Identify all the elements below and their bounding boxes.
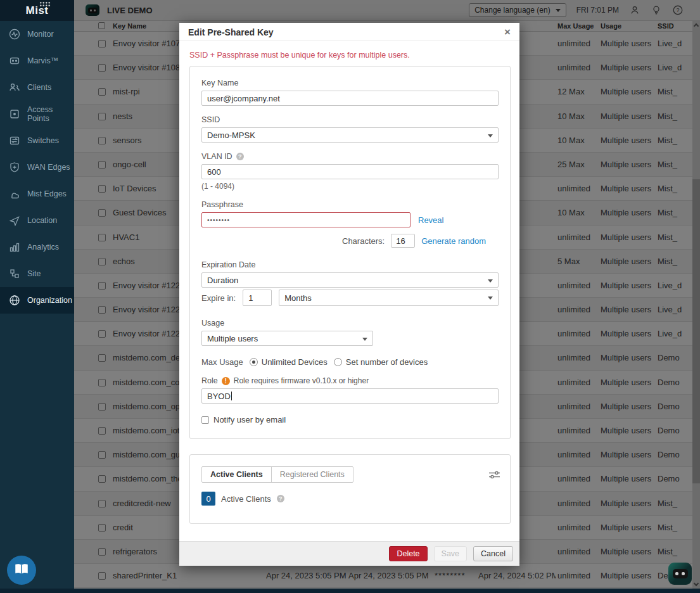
radio-unselected-icon[interactable] bbox=[334, 358, 342, 366]
active-clients-label: Active Clients bbox=[221, 494, 271, 504]
sidebar-item-label: Location bbox=[27, 216, 57, 225]
vlan-input[interactable]: 600 bbox=[201, 164, 499, 179]
characters-row: Characters: 16 Generate random bbox=[201, 234, 499, 248]
mist-edges-icon bbox=[8, 188, 21, 200]
ssid-label: SSID bbox=[201, 115, 499, 124]
role-input[interactable]: BYOD bbox=[201, 388, 499, 404]
app-root: Mist MonitorMarvis™ClientsAccess PointsS… bbox=[0, 0, 700, 593]
mist-logo[interactable]: Mist bbox=[0, 0, 74, 21]
sidebar-item-location[interactable]: Location bbox=[0, 207, 74, 234]
sidebar-item-label: WAN Edges bbox=[27, 163, 70, 172]
clients-tabs: Active Clients Registered Clients bbox=[201, 466, 353, 483]
psk-form-panel: Key Name user@jcompany.net SSID Demo-MPS… bbox=[189, 66, 511, 439]
expiration-select[interactable]: Duration bbox=[201, 272, 499, 288]
cancel-button[interactable]: Cancel bbox=[473, 546, 513, 561]
sidebar: Mist MonitorMarvis™ClientsAccess PointsS… bbox=[0, 0, 74, 593]
docs-book-button[interactable] bbox=[7, 556, 36, 585]
usage-label: Usage bbox=[201, 319, 499, 328]
tab-active-clients[interactable]: Active Clients bbox=[202, 467, 271, 482]
save-button[interactable]: Save bbox=[434, 546, 468, 561]
sidebar-item-label: Site bbox=[27, 269, 41, 278]
marvis-robot-icon bbox=[673, 569, 688, 578]
role-label-row: Role ! Role requires firmware v0.10.x or… bbox=[201, 376, 499, 385]
sidebar-item-access-points[interactable]: Access Points bbox=[0, 101, 74, 127]
monitor-icon bbox=[8, 28, 21, 41]
sidebar-item-monitor[interactable]: Monitor bbox=[0, 21, 74, 48]
max-usage-row: Max Usage Unlimited Devices Set number o… bbox=[201, 357, 499, 367]
vlan-label: VLAN ID bbox=[201, 152, 232, 161]
notify-label: Notify user by email bbox=[213, 415, 286, 424]
sidebar-item-label: Monitor bbox=[27, 30, 54, 39]
sidebar-item-mist-edges[interactable]: Mist Edges bbox=[0, 181, 74, 207]
sidebar-item-marvis[interactable]: Marvis™ bbox=[0, 48, 74, 74]
generate-random-link[interactable]: Generate random bbox=[421, 236, 486, 246]
location-icon bbox=[8, 214, 21, 227]
close-icon[interactable]: × bbox=[504, 27, 511, 37]
usage-select[interactable]: Multiple users bbox=[201, 331, 373, 346]
reveal-link[interactable]: Reveal bbox=[418, 215, 443, 225]
sidebar-item-label: Access Points bbox=[27, 105, 74, 123]
active-clients-count-row: 0 Active Clients ? bbox=[201, 492, 499, 506]
passphrase-label: Passphrase bbox=[201, 200, 499, 209]
passphrase-row: •••••••• Reveal bbox=[201, 212, 499, 227]
clients-icon bbox=[8, 81, 21, 94]
set-number-option[interactable]: Set number of devices bbox=[334, 357, 428, 367]
sidebar-item-site[interactable]: Site bbox=[0, 260, 74, 287]
sidebar-item-analytics[interactable]: Analytics bbox=[0, 234, 74, 260]
vlan-range-hint: (1 - 4094) bbox=[201, 182, 499, 191]
mist-logo-dots-icon bbox=[39, 1, 51, 7]
vlan-label-row: VLAN ID ? bbox=[201, 152, 499, 161]
organization-icon bbox=[8, 294, 21, 307]
clients-panel: Active Clients Registered Clients 0 Acti… bbox=[189, 454, 511, 524]
notify-checkbox[interactable] bbox=[201, 416, 209, 424]
clients-help-icon[interactable]: ? bbox=[277, 495, 284, 502]
unlimited-devices-label: Unlimited Devices bbox=[262, 357, 328, 367]
sidebar-item-switches[interactable]: Switches bbox=[0, 127, 74, 154]
ssid-select[interactable]: Demo-MPSK bbox=[201, 127, 499, 143]
sidebar-nav: MonitorMarvis™ClientsAccess PointsSwitch… bbox=[0, 21, 74, 314]
bottom-bar bbox=[0, 589, 700, 593]
sidebar-item-label: Analytics bbox=[27, 243, 59, 252]
open-book-icon bbox=[13, 561, 30, 580]
role-value: BYOD bbox=[207, 392, 231, 401]
characters-label: Characters: bbox=[342, 236, 385, 246]
analytics-icon bbox=[8, 241, 21, 253]
unique-key-warning: SSID + Passphrase must be unique for key… bbox=[179, 41, 519, 61]
delete-button[interactable]: Delete bbox=[389, 546, 427, 561]
modal-header: Edit Pre-Shared Key × bbox=[179, 23, 519, 41]
sidebar-item-label: Switches bbox=[27, 136, 59, 145]
marvis-icon bbox=[8, 54, 21, 67]
characters-input[interactable]: 16 bbox=[391, 234, 415, 248]
tab-registered-clients[interactable]: Registered Clients bbox=[271, 467, 353, 482]
sidebar-item-clients[interactable]: Clients bbox=[0, 74, 74, 101]
marvis-chat-button[interactable] bbox=[668, 563, 692, 585]
modal-footer: Delete Save Cancel bbox=[179, 541, 519, 566]
sidebar-item-label: Mist Edges bbox=[27, 189, 67, 198]
expire-in-input[interactable]: 1 bbox=[243, 290, 272, 306]
sidebar-item-organization[interactable]: Organization bbox=[0, 287, 74, 314]
notify-row[interactable]: Notify user by email bbox=[201, 415, 499, 424]
key-name-input[interactable]: user@jcompany.net bbox=[201, 91, 499, 106]
unlimited-devices-option[interactable]: Unlimited Devices bbox=[250, 357, 328, 367]
access-points-icon bbox=[8, 108, 21, 120]
text-cursor bbox=[231, 392, 232, 400]
radio-selected-icon[interactable] bbox=[250, 358, 258, 366]
sidebar-item-label: Marvis™ bbox=[27, 56, 58, 65]
vlan-help-icon[interactable]: ? bbox=[236, 153, 244, 160]
max-usage-label: Max Usage bbox=[201, 357, 243, 367]
expiration-label: Expiration Date bbox=[201, 260, 499, 269]
expire-in-label: Expire in: bbox=[201, 293, 236, 303]
wan-edges-icon bbox=[8, 161, 21, 174]
site-icon bbox=[8, 267, 21, 280]
passphrase-input[interactable]: •••••••• bbox=[201, 212, 410, 227]
switches-icon bbox=[8, 134, 21, 147]
filter-sliders-icon[interactable] bbox=[489, 470, 500, 478]
edit-psk-modal: Edit Pre-Shared Key × SSID + Passphrase … bbox=[179, 23, 519, 566]
sidebar-item-label: Clients bbox=[27, 83, 51, 92]
sidebar-item-label: Organization bbox=[27, 296, 72, 305]
sidebar-item-wan-edges[interactable]: WAN Edges bbox=[0, 154, 74, 181]
firmware-alert-icon: ! bbox=[222, 377, 230, 385]
expire-unit-select[interactable]: Months bbox=[279, 290, 499, 306]
set-number-label: Set number of devices bbox=[346, 357, 428, 367]
expire-in-row: Expire in: 1 Months bbox=[201, 290, 499, 306]
